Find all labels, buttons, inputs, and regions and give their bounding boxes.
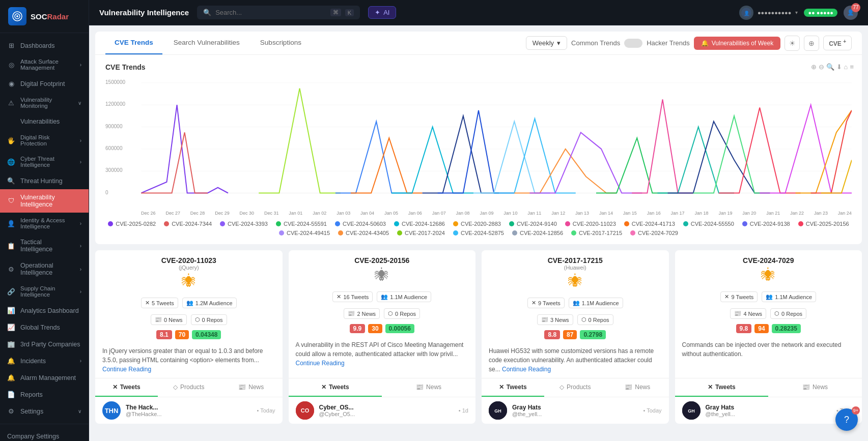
sidebar-item-vuln-intel[interactable]: 🛡 Vulnerability Intelligence (0, 189, 89, 213)
card-stats: ✕9 Tweets 👥1.1M Audience (675, 289, 862, 304)
chevron-right-icon: › (80, 267, 81, 272)
tab-search-vuln[interactable]: Search Vulnerabilities (164, 32, 249, 54)
sidebar-item-label: Alarm Management (20, 374, 76, 381)
download-icon[interactable]: ⬇ (836, 63, 842, 71)
news-icon: 📰 (734, 310, 741, 317)
sidebar-item-cyber-threat[interactable]: 🌐 Cyber Threat Intelligence › (0, 151, 89, 172)
zoom-out-icon[interactable]: ⊖ (819, 63, 824, 71)
continue-reading-link[interactable]: Continue Reading (102, 366, 151, 373)
sidebar-item-tactical[interactable]: 📋 Tactical Intelligence › (0, 234, 89, 257)
trends-toggle-switch[interactable] (624, 39, 642, 48)
card-tab-tweets[interactable]: ✕ Tweets (289, 378, 382, 397)
sun-icon-button[interactable]: ☀ (785, 36, 800, 51)
card-header: CVE-2017-17215 (Huawei) 🕷 (482, 250, 669, 296)
sidebar-item-label: Attack Surface Management (20, 58, 75, 71)
main-card: CVE Trends Search Vulnerabilities Subscr… (95, 32, 862, 244)
zoom-in-icon[interactable]: ⊕ (811, 63, 817, 71)
plus-circle-icon-button[interactable]: ⊕ (804, 36, 819, 51)
vulnerabilities-of-week-button[interactable]: 🔔 Vulnerabilities of Week (694, 37, 780, 50)
continue-reading-link[interactable]: Continue Reading (502, 366, 551, 373)
tab-subscriptions[interactable]: Subscriptions (251, 32, 311, 54)
sidebar-item-operational[interactable]: ⚙ Operational Intelligence › (0, 257, 89, 281)
sidebar-item-incidents[interactable]: 🔔 Incidents › (0, 352, 89, 369)
sidebar-item-3rd-party[interactable]: 🏢 3rd Party Companies (0, 336, 89, 352)
menu-icon[interactable]: ≡ (850, 63, 854, 71)
tabs-right-controls: Weekly ▾ Common Trends Hacker Trends 🔔 V… (526, 36, 852, 51)
chart-svg: 1500000 1200000 900000 600000 300000 0 (105, 77, 852, 210)
search-icon: 🔍 (203, 9, 211, 16)
sidebar-item-supply-chain[interactable]: 🔗 Supply Chain Intelligence › (0, 281, 89, 302)
card-tab-news[interactable]: 📰 News (382, 378, 475, 397)
ai-button[interactable]: ✦ AI (368, 6, 396, 19)
cve-id: CVE-2017-17215 (490, 256, 661, 264)
card-scores: 8.1 70 0.04348 (95, 327, 283, 342)
sidebar-item-analytics[interactable]: 📊 Analytics Dashboard (0, 302, 89, 319)
tweet-time: • Today (643, 407, 661, 414)
svg-text:👤: 👤 (743, 10, 749, 16)
sidebar-item-digital-footprint[interactable]: ◉ Digital Footprint (0, 75, 89, 92)
main-content: Vulnerability Intelligence 🔍 ⌘ K ✦ AI 👤 … (89, 0, 868, 441)
help-notification-badge: 9+ (852, 406, 860, 415)
sidebar-item-threat-hunting[interactable]: 🔍 Threat Hunting (0, 172, 89, 189)
legend-cve-2024-9138: CVE-2024-9138 (742, 221, 790, 227)
spider-icon: 🕷 (297, 264, 468, 285)
chart-x-labels: Dec 26 Dec 27 Dec 28 Dec 29 Dec 30 Dec 3… (105, 211, 852, 216)
repos-stat: ⬡0 Repos (770, 308, 806, 319)
card-tab-tweets[interactable]: ✕ Tweets (675, 378, 769, 397)
sidebar-item-company-settings[interactable]: Company Settings (0, 428, 89, 441)
card-tab-news[interactable]: 📰 News (220, 378, 283, 397)
settings-icon: ⚙ (7, 407, 15, 415)
tab-cve-trends[interactable]: CVE Trends (105, 32, 162, 54)
audience-stat: 👥1.1M Audience (762, 291, 816, 302)
help-button[interactable]: ? 9+ (835, 408, 858, 431)
continue-reading-link[interactable]: Continue Reading (296, 360, 345, 367)
ai-icon: ✦ (375, 9, 380, 16)
repos-stat: ⬡0 Repos (577, 314, 613, 325)
cve-cards-row: CVE-2020-11023 (jQuery) 🕷 ✕5 Tweets 👥1.2… (89, 244, 868, 430)
card-description: A vulnerability in the REST API of Cisco… (289, 336, 476, 378)
period-select[interactable]: Weekly ▾ (526, 36, 567, 50)
card-tab-news[interactable]: 📰 News (768, 378, 862, 397)
score-epss-val: 0.28235 (772, 324, 801, 333)
card-tabs: ✕ Tweets 📰 News (675, 378, 862, 397)
news-icon: 📰 (348, 310, 355, 317)
sidebar-item-digital-risk[interactable]: 🖐 Digital Risk Protection › (0, 130, 89, 151)
twitter-icon: ✕ (145, 300, 150, 306)
github-icon: ⬡ (388, 310, 393, 317)
card-tab-products[interactable]: ◇ Products (158, 378, 220, 397)
tweet-avatar: THN (102, 401, 121, 420)
card-stats-2: 📰0 News ⬡0 Repos (95, 312, 283, 327)
github-icon: ⬡ (774, 310, 779, 317)
sidebar-item-reports[interactable]: 📄 Reports (0, 386, 89, 403)
home-icon[interactable]: ⌂ (844, 63, 848, 71)
twitter-icon: ✕ (724, 293, 729, 300)
reports-icon: 📄 (7, 391, 15, 398)
cve-filter-button[interactable]: CVE + (823, 36, 852, 50)
tweet-handle: @Cyber_O5... (319, 411, 355, 417)
search-box[interactable]: 🔍 ⌘ K (197, 6, 360, 19)
sidebar-item-attack-surface[interactable]: ◎ Attack Surface Management › (0, 54, 89, 75)
operational-icon: ⚙ (7, 266, 15, 273)
cve-card-2020-11023: CVE-2020-11023 (jQuery) 🕷 ✕5 Tweets 👥1.2… (95, 250, 283, 424)
sidebar-item-label: 3rd Party Companies (20, 341, 80, 348)
card-tab-tweets[interactable]: ✕ Tweets (95, 378, 158, 397)
card-tab-news[interactable]: 📰 News (606, 378, 669, 397)
tweet-row: CO Cyber_OS... @Cyber_O5... • 1d (289, 397, 476, 424)
svg-text:300000: 300000 (105, 167, 123, 173)
sidebar-item-identity-access[interactable]: 👤 Identity & Access Intelligence › (0, 213, 89, 234)
tweets-stat: ✕5 Tweets (141, 298, 178, 308)
sidebar-item-settings[interactable]: ⚙ Settings ∨ (0, 403, 89, 420)
legend-cve-2024-7344: CVE-2024-7344 (164, 221, 212, 227)
sidebar-item-vuln-monitoring[interactable]: ⚠ Vulnerability Monitoring ∨ (0, 92, 89, 113)
sidebar-item-global-trends[interactable]: 📈 Global Trends (0, 319, 89, 336)
cve-card-2017-17215: CVE-2017-17215 (Huawei) 🕷 ✕9 Tweets 👥1.1… (482, 250, 669, 424)
zoom-reset-icon[interactable]: 🔍 (826, 63, 834, 71)
sidebar-item-vulnerabilities[interactable]: Vulnerabilities (0, 113, 89, 130)
common-trends-toggle: Common Trends Hacker Trends (571, 39, 690, 48)
sidebar-item-dashboards[interactable]: ⊞ Dashboards (0, 37, 89, 54)
card-tab-products[interactable]: ◇ Products (544, 378, 607, 397)
legend-cve-2024-49415: CVE-2024-49415 (279, 230, 330, 236)
card-tab-tweets[interactable]: ✕ Tweets (482, 378, 544, 397)
sidebar-item-alarm-mgmt[interactable]: 🔔 Alarm Management (0, 369, 89, 386)
search-input[interactable] (215, 9, 326, 16)
